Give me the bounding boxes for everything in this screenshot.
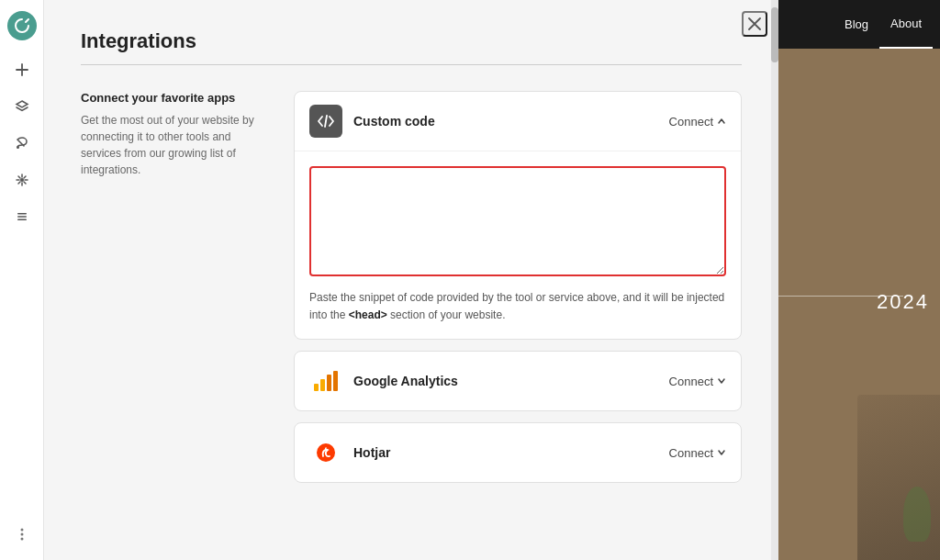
content-area: Integrations Connect your favorite apps … — [44, 0, 778, 560]
list-icon[interactable] — [7, 202, 37, 231]
preview-year: 2024 — [877, 290, 929, 314]
google-analytics-connect-button[interactable]: Connect — [669, 375, 726, 388]
hotjar-connect-button[interactable]: Connect — [669, 446, 726, 460]
svg-point-7 — [20, 538, 23, 541]
sidebar-logo[interactable] — [7, 11, 37, 40]
preview-nav: Blog About — [778, 0, 940, 49]
preview-plant — [903, 487, 931, 542]
custom-code-description: Paste the snippet of code provided by th… — [309, 289, 726, 324]
page-title: Integrations — [81, 29, 742, 53]
svg-point-6 — [20, 533, 23, 536]
hotjar-icon — [309, 436, 342, 469]
left-column: Connect your favorite apps Get the most … — [81, 91, 264, 483]
custom-code-connect-button[interactable]: Connect — [669, 115, 726, 129]
left-col-title: Connect your favorite apps — [81, 91, 264, 105]
sparkle-icon[interactable] — [7, 165, 37, 195]
left-col-description: Get the most out of your website by conn… — [81, 112, 264, 178]
svg-point-1 — [20, 178, 24, 182]
two-col-layout: Connect your favorite apps Get the most … — [81, 91, 742, 483]
custom-code-body: Paste the snippet of code provided by th… — [295, 151, 741, 339]
close-button[interactable] — [742, 11, 767, 37]
google-analytics-icon — [309, 364, 342, 398]
add-icon[interactable] — [7, 55, 37, 84]
layers-icon[interactable] — [7, 92, 37, 121]
chevron-up-icon — [717, 117, 726, 126]
scroll-thumb[interactable] — [771, 7, 778, 62]
custom-code-textarea[interactable] — [309, 166, 726, 276]
hotjar-card: Hotjar Connect — [294, 422, 742, 483]
hotjar-connect-label: Connect — [669, 446, 713, 460]
preview-nav-about[interactable]: About — [879, 0, 933, 49]
custom-code-connect-label: Connect — [669, 115, 713, 129]
sidebar — [0, 0, 44, 560]
google-analytics-name: Google Analytics — [353, 374, 658, 388]
chevron-down-icon-hotjar — [717, 448, 726, 457]
scrollbar[interactable] — [771, 0, 778, 560]
svg-point-0 — [17, 146, 19, 149]
custom-code-name: Custom code — [353, 114, 658, 129]
google-analytics-connect-label: Connect — [669, 375, 713, 388]
preview-panel: Blog About 2024 — [778, 0, 940, 560]
paint-icon[interactable] — [7, 129, 37, 158]
google-analytics-card: Google Analytics Connect — [294, 351, 742, 411]
more-options-icon[interactable] — [7, 520, 37, 549]
custom-code-card: Custom code Connect Paste the snippet of… — [294, 91, 742, 340]
chevron-down-icon — [717, 376, 726, 386]
hotjar-name: Hotjar — [353, 445, 658, 460]
preview-nav-blog[interactable]: Blog — [834, 0, 879, 49]
main-panel: Integrations Connect your favorite apps … — [44, 0, 778, 560]
svg-rect-4 — [17, 219, 27, 221]
svg-rect-2 — [17, 213, 27, 215]
custom-code-icon — [309, 105, 342, 138]
svg-rect-3 — [17, 216, 27, 218]
svg-point-5 — [20, 529, 23, 532]
hotjar-header: Hotjar Connect — [295, 423, 741, 482]
custom-code-header: Custom code Connect — [295, 92, 741, 151]
title-divider — [81, 64, 742, 65]
preview-content: 2024 — [778, 49, 940, 560]
google-analytics-header: Google Analytics Connect — [295, 352, 741, 410]
analytics-bars — [314, 371, 338, 391]
integrations-list: Custom code Connect Paste the snippet of… — [294, 91, 742, 483]
